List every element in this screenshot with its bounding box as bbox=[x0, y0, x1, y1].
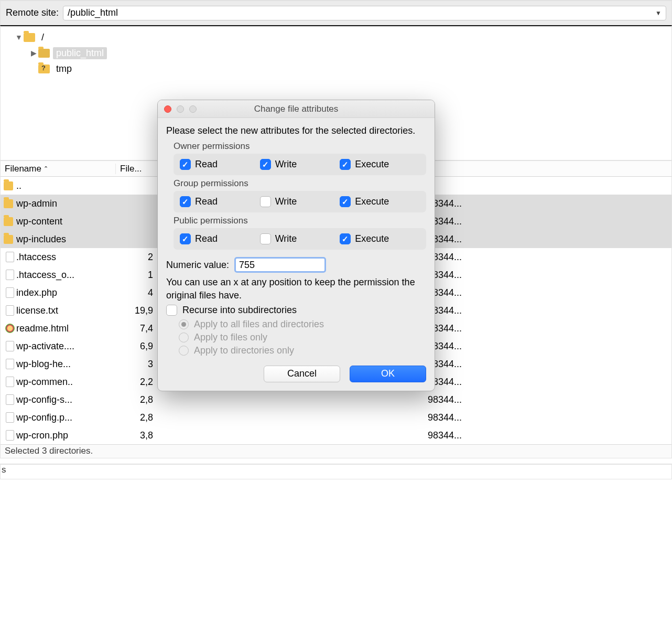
file-owner: 98344... bbox=[428, 394, 671, 405]
folder-icon bbox=[24, 33, 35, 42]
file-name: .htaccess bbox=[16, 252, 116, 263]
numeric-value-label: Numeric value: bbox=[166, 260, 229, 271]
public-write-checkbox[interactable] bbox=[260, 233, 271, 244]
file-size: 2,8 bbox=[116, 394, 155, 405]
file-size: 7,4 bbox=[116, 323, 155, 334]
recurse-label: Recurse into subdirectories bbox=[182, 305, 297, 316]
file-name: index.php bbox=[16, 287, 116, 298]
file-icon bbox=[6, 287, 14, 298]
file-name: wp-admin bbox=[16, 198, 116, 209]
file-icon bbox=[6, 252, 14, 262]
file-name: wp-activate.... bbox=[16, 341, 116, 352]
ok-button[interactable]: OK bbox=[350, 366, 426, 382]
bottom-strip: s bbox=[0, 464, 672, 479]
file-icon bbox=[6, 359, 14, 369]
tree-expand-icon[interactable]: ▼ bbox=[14, 33, 24, 41]
remote-site-bar: Remote site: /public_html ▼ bbox=[0, 0, 672, 25]
folder-icon bbox=[38, 49, 50, 58]
recurse-checkbox[interactable] bbox=[166, 305, 177, 316]
group-read-checkbox[interactable] bbox=[180, 196, 191, 207]
file-size: 19,9 bbox=[116, 305, 155, 316]
file-icon bbox=[6, 305, 14, 316]
file-owner: 98344... bbox=[428, 216, 671, 227]
apply-all-radio bbox=[179, 319, 189, 329]
file-name: wp-includes bbox=[16, 234, 116, 245]
public-read-checkbox[interactable] bbox=[180, 233, 191, 244]
file-size: 1 bbox=[116, 270, 155, 281]
dialog-instruction: Please select the new attributes for the… bbox=[166, 124, 426, 137]
remote-site-combo[interactable]: /public_html ▼ bbox=[63, 6, 666, 20]
folder-icon bbox=[4, 181, 13, 190]
numeric-hint: You can use an x at any position to keep… bbox=[166, 276, 426, 302]
file-name: wp-blog-he... bbox=[16, 359, 116, 370]
file-icon bbox=[6, 394, 14, 405]
file-owner: 98344... bbox=[428, 270, 671, 281]
folder-icon bbox=[4, 199, 13, 208]
owner-permissions-box: Read Write Execute bbox=[174, 154, 426, 175]
file-name: wp-config-s... bbox=[16, 394, 116, 405]
tree-item-public-html[interactable]: public_html bbox=[53, 47, 107, 59]
folder-icon bbox=[4, 235, 13, 244]
file-icon bbox=[6, 377, 14, 387]
dialog-title: Change file attributes bbox=[158, 104, 435, 114]
group-permissions-box: Read Write Execute bbox=[174, 191, 426, 212]
apply-dirs-radio bbox=[179, 346, 189, 356]
file-size: 2,2 bbox=[116, 377, 155, 388]
dialog-titlebar[interactable]: Change file attributes bbox=[158, 100, 435, 118]
owner-write-checkbox[interactable] bbox=[260, 159, 271, 170]
group-write-checkbox[interactable] bbox=[260, 196, 271, 207]
html-icon bbox=[5, 324, 15, 333]
file-name: wp-config.p... bbox=[16, 412, 116, 423]
chevron-down-icon[interactable]: ▼ bbox=[655, 9, 662, 17]
tree-root[interactable]: / bbox=[38, 31, 47, 44]
file-owner: 98344... bbox=[428, 234, 671, 245]
file-size: 2 bbox=[116, 252, 155, 263]
file-owner: 98344... bbox=[428, 305, 671, 316]
file-name: wp-commen.. bbox=[16, 377, 116, 388]
remote-site-label: Remote site: bbox=[6, 7, 59, 18]
public-permissions-box: Read Write Execute bbox=[174, 228, 426, 250]
column-filesize[interactable]: File... bbox=[116, 164, 160, 174]
file-icon bbox=[6, 430, 14, 441]
file-owner: 98344... bbox=[428, 377, 671, 388]
file-size: 3,8 bbox=[116, 430, 155, 441]
file-icon bbox=[6, 412, 14, 423]
remote-site-path: /public_html bbox=[68, 7, 118, 18]
file-name: wp-content bbox=[16, 216, 116, 227]
tree-item-tmp[interactable]: tmp bbox=[53, 63, 75, 75]
file-name: .htaccess_o... bbox=[16, 270, 116, 281]
file-owner: 98344... bbox=[428, 198, 671, 209]
file-row[interactable]: wp-config.p...2,898344... bbox=[1, 409, 671, 426]
file-owner: 98344... bbox=[428, 341, 671, 352]
file-icon bbox=[6, 270, 14, 280]
group-permissions-label: Group permissions bbox=[174, 178, 426, 189]
file-row[interactable]: wp-cron.php3,898344... bbox=[1, 426, 671, 444]
group-execute-checkbox[interactable] bbox=[340, 196, 351, 207]
owner-execute-checkbox[interactable] bbox=[340, 159, 351, 170]
numeric-value-input[interactable]: 755 bbox=[234, 257, 326, 273]
file-size: 3 bbox=[116, 359, 155, 370]
folder-icon bbox=[4, 217, 13, 226]
file-size: 4 bbox=[116, 287, 155, 298]
column-filename[interactable]: Filename ⌃ bbox=[1, 164, 116, 174]
file-owner: 98344... bbox=[428, 323, 671, 334]
file-icon bbox=[6, 341, 14, 351]
sort-asc-icon: ⌃ bbox=[44, 165, 48, 172]
file-name: wp-cron.php bbox=[16, 430, 116, 441]
file-owner: 98344... bbox=[428, 359, 671, 370]
change-attributes-dialog: Change file attributes Please select the… bbox=[157, 100, 435, 391]
file-size: 6,9 bbox=[116, 341, 155, 352]
owner-permissions-label: Owner permissions bbox=[174, 141, 426, 152]
file-owner: 98344... bbox=[428, 252, 671, 263]
public-execute-checkbox[interactable] bbox=[340, 233, 351, 244]
file-owner: 98344... bbox=[428, 287, 671, 298]
file-row[interactable]: wp-config-s...2,898344... bbox=[1, 391, 671, 409]
file-size: 2,8 bbox=[116, 412, 155, 423]
cancel-button[interactable]: Cancel bbox=[264, 366, 340, 382]
owner-read-checkbox[interactable] bbox=[180, 159, 191, 170]
file-name: readme.html bbox=[16, 323, 116, 334]
status-bar: Selected 3 directories. bbox=[1, 444, 671, 458]
file-owner: 98344... bbox=[428, 412, 671, 423]
tree-expand-icon[interactable]: ▶ bbox=[29, 49, 38, 57]
file-name: license.txt bbox=[16, 305, 116, 316]
